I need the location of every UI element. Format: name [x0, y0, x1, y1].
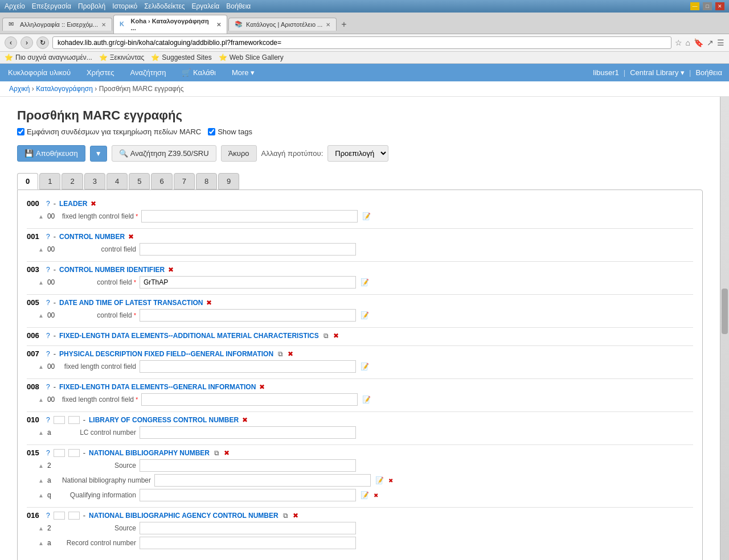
- marc-delete-008[interactable]: ✖: [259, 383, 265, 391]
- marc-delete-016[interactable]: ✖: [293, 512, 298, 520]
- bookmark-1[interactable]: ⭐ Πιο συχνά αναγνωσμέν...: [5, 53, 92, 61]
- forward-button[interactable]: ›: [21, 36, 33, 49]
- share-icon[interactable]: ↗: [707, 38, 714, 47]
- marc-delete-001[interactable]: ✖: [128, 233, 134, 241]
- marc-delete-sub-015-a[interactable]: ✖: [388, 477, 393, 484]
- show-tags-checkbox-label[interactable]: Show tags: [208, 127, 252, 136]
- marc-help-016[interactable]: ?: [46, 512, 50, 520]
- marc-arrow-010[interactable]: ▲: [38, 430, 44, 436]
- marc-input-008[interactable]: [141, 393, 358, 406]
- bookmark-icon[interactable]: 🔖: [694, 38, 703, 47]
- bookmark-2[interactable]: ⭐ Ξεκινώντας: [99, 53, 144, 61]
- marc-input-000[interactable]: [141, 210, 358, 223]
- marc-arrow-016-a[interactable]: ▲: [38, 540, 44, 546]
- new-tab-button[interactable]: +: [338, 18, 350, 31]
- marc-input-016-2[interactable]: [140, 522, 356, 534]
- marc-delete-006[interactable]: ✖: [333, 332, 339, 340]
- marc-help-015[interactable]: ?: [46, 449, 50, 457]
- marc-ind2-010[interactable]: [68, 416, 80, 424]
- nav-help[interactable]: Βοήθεια: [695, 68, 722, 77]
- marc-tab-3[interactable]: 3: [84, 173, 105, 190]
- marc-delete-010[interactable]: ✖: [242, 416, 248, 424]
- marc-delete-015[interactable]: ✖: [224, 449, 230, 457]
- marc-input-003[interactable]: [140, 276, 356, 289]
- marc-input-015-q[interactable]: [140, 489, 356, 501]
- search-z3950-button[interactable]: 🔍 Αναζήτηση Z39.50/SRU: [112, 145, 216, 162]
- menu-file[interactable]: Αρχείο: [5, 2, 25, 10]
- marc-input-016-a[interactable]: [140, 537, 356, 549]
- bookmark-4[interactable]: ⭐ Web Slice Gallery: [219, 53, 284, 61]
- tab-close-1[interactable]: ✕: [101, 22, 106, 28]
- marc-delete-000[interactable]: ✖: [91, 200, 96, 208]
- marc-input-010-a[interactable]: [140, 426, 356, 439]
- marc-ind1-015[interactable]: [54, 449, 65, 457]
- marc-tab-7[interactable]: 7: [174, 173, 195, 190]
- breadcrumb-cataloguing[interactable]: Καταλογογράφηση: [36, 85, 93, 93]
- marc-arrow-007[interactable]: ▲: [38, 364, 44, 370]
- tab-close-3[interactable]: ✕: [326, 22, 330, 28]
- marc-tab-8[interactable]: 8: [196, 173, 217, 190]
- menu-view[interactable]: Προβολή: [78, 2, 105, 10]
- cancel-button[interactable]: Άκυρο: [221, 145, 257, 162]
- marc-arrow-015-2[interactable]: ▲: [38, 463, 44, 469]
- marc-ind2-016[interactable]: [68, 512, 80, 520]
- marc-edit-btn-007[interactable]: 📝: [359, 363, 370, 370]
- marc-edit-btn-015-q[interactable]: 📝: [359, 491, 370, 499]
- marc-tab-5[interactable]: 5: [129, 173, 150, 190]
- menu-help[interactable]: Βοήθεια: [226, 2, 251, 10]
- marc-tab-4[interactable]: 4: [107, 173, 128, 190]
- save-button[interactable]: 💾 Αποθήκευση: [17, 145, 85, 162]
- template-select[interactable]: Προεπιλογή: [327, 145, 388, 162]
- close-button[interactable]: ✕: [715, 2, 724, 10]
- marc-ind2-015[interactable]: [68, 449, 80, 457]
- marc-arrow-003[interactable]: ▲: [38, 279, 44, 286]
- marc-tab-9[interactable]: 9: [218, 173, 239, 190]
- marc-copy-006[interactable]: ⧉: [322, 332, 330, 340]
- menu-bookmarks[interactable]: Σελιδοδείκτες: [144, 2, 185, 10]
- marc-copy-015[interactable]: ⧉: [213, 449, 220, 457]
- marc-arrow-000[interactable]: ▲: [38, 213, 44, 220]
- marc-edit-btn-015-a[interactable]: 📝: [374, 476, 385, 484]
- marc-arrow-001[interactable]: ▲: [38, 246, 44, 253]
- star-icon[interactable]: ☆: [675, 38, 682, 47]
- back-button[interactable]: ‹: [5, 36, 17, 49]
- browser-tab-2[interactable]: K Koha › Καταλογογράφηση ... ✕: [113, 15, 227, 34]
- nav-more[interactable]: More ▾: [224, 64, 263, 81]
- marc-edit-btn-008[interactable]: 📝: [361, 396, 372, 403]
- marc-delete-005[interactable]: ✖: [206, 299, 212, 307]
- browser-tab-3[interactable]: 📚 Κατάλογος | Αριστοτέλειο ... ✕: [228, 18, 337, 31]
- marc-help-005[interactable]: ?: [46, 299, 50, 307]
- menu-icon[interactable]: ☰: [717, 38, 724, 47]
- marc-arrow-016-2[interactable]: ▲: [38, 525, 44, 532]
- browser-tab-1[interactable]: ✉ Αλληλογραφία :: Εισερχόμ... ✕: [2, 18, 112, 31]
- breadcrumb-home[interactable]: Αρχική: [9, 85, 30, 93]
- menu-history[interactable]: Ιστορικό: [112, 2, 137, 10]
- marc-tab-6[interactable]: 6: [151, 173, 172, 190]
- marc-help-001[interactable]: ?: [46, 233, 50, 241]
- save-dropdown-button[interactable]: ▼: [90, 146, 107, 162]
- menu-edit[interactable]: Επεξεργασία: [32, 2, 71, 10]
- marc-tab-1[interactable]: 1: [39, 173, 60, 190]
- marc-copy-016[interactable]: ⧉: [282, 512, 289, 520]
- marc-edit-btn-003[interactable]: 📝: [359, 278, 370, 286]
- marc-arrow-015-a[interactable]: ▲: [38, 477, 44, 484]
- menu-tools[interactable]: Εργαλεία: [192, 2, 220, 10]
- tab-close-2[interactable]: ✕: [216, 22, 221, 28]
- documentation-checkbox[interactable]: [17, 128, 24, 135]
- show-tags-checkbox[interactable]: [208, 128, 215, 135]
- marc-help-000[interactable]: ?: [46, 200, 50, 208]
- nav-user[interactable]: libuser1: [593, 68, 619, 77]
- nav-circulation[interactable]: Κυκλοφορία υλικού: [0, 64, 79, 81]
- marc-help-003[interactable]: ?: [46, 266, 50, 274]
- marc-delete-sub-015-q[interactable]: ✖: [374, 492, 378, 499]
- marc-edit-btn-005[interactable]: 📝: [359, 311, 370, 319]
- marc-edit-btn-000[interactable]: 📝: [361, 212, 372, 220]
- bookmark-3[interactable]: ⭐ Suggested Sites: [151, 53, 211, 61]
- marc-tab-0[interactable]: 0: [17, 173, 38, 190]
- scrollbar-thumb[interactable]: [722, 289, 728, 334]
- marc-input-007[interactable]: [140, 360, 356, 373]
- marc-tab-2[interactable]: 2: [62, 173, 83, 190]
- maximize-button[interactable]: □: [703, 2, 712, 10]
- refresh-button[interactable]: ↻: [36, 36, 49, 49]
- marc-help-006[interactable]: ?: [46, 332, 50, 340]
